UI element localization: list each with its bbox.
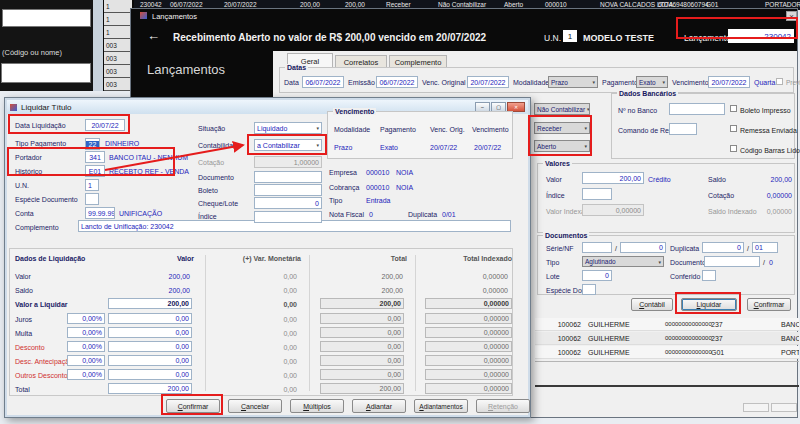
outros-descontos-valor-input[interactable]: 0,00 [108, 369, 192, 380]
row-header[interactable]: 003 [104, 39, 132, 52]
indice-input[interactable] [582, 188, 612, 200]
boleto-dialog-input[interactable] [254, 184, 322, 196]
duplicata-input[interactable]: 0 [702, 242, 744, 253]
un-dialog-input[interactable]: 1 [85, 179, 99, 191]
codigo-barras-label: Código Barras Lido [740, 147, 800, 155]
contabilizar-dropdown[interactable]: Não Contabilizar▾ [534, 103, 590, 115]
valor-input[interactable]: 200,00 [582, 172, 644, 184]
data-liquidacao-input[interactable]: 20/07/22 [85, 119, 125, 131]
valor-indexado-input: 0,00000 [582, 204, 644, 216]
adiantar-button[interactable]: Adiantar [352, 399, 406, 413]
remessa-enviada-checkbox[interactable] [730, 125, 737, 132]
chevron-down-icon: ▾ [584, 143, 587, 149]
boleto-impresso-label: Boleto Impresso [740, 107, 791, 115]
especie-documento-input[interactable] [85, 193, 99, 205]
duplicata2-input[interactable]: 01 [752, 242, 778, 253]
tipo-dropdown[interactable]: Aglutinado▾ [582, 256, 664, 267]
receber-dropdown[interactable]: Receber▾ [534, 122, 590, 134]
multiplos-button[interactable]: Múltiplos [290, 399, 344, 413]
indice-label: Índice [546, 192, 565, 200]
portador-input[interactable]: 341 [85, 151, 105, 163]
multa-valor-input[interactable]: 0,00 [108, 327, 192, 338]
comando-remessa-input[interactable] [669, 123, 697, 135]
table-row[interactable]: 100062 GUILHERME 00000000000000 237 BANC… [535, 318, 799, 331]
serie-input[interactable] [582, 242, 612, 253]
venc-original-input[interactable]: 20/07/2022 [467, 76, 509, 88]
empresa-code: 000010 [366, 169, 389, 177]
contabilidade-dropdown[interactable]: a Contabilizar▾ [254, 139, 322, 151]
pagamento-dropdown[interactable]: Exato▾ [636, 76, 668, 88]
table-row[interactable]: 100062 GUILHERME 00000000000000 237 BANC… [535, 332, 799, 345]
previsao-label: Previsão [786, 79, 800, 87]
row-header[interactable]: 1 [104, 26, 132, 39]
row-header[interactable]: 003 [104, 65, 132, 78]
row-header[interactable]: 003 [104, 52, 132, 65]
codigo-barras-checkbox[interactable] [730, 145, 737, 152]
cheque-lote-input[interactable]: 0 [254, 197, 322, 209]
portador-label: Portador [15, 154, 42, 162]
multa-pct-input[interactable]: 0,00% [67, 327, 105, 338]
desconto-valor-input[interactable]: 0,00 [108, 341, 192, 352]
nf-input[interactable]: 0 [620, 242, 666, 253]
lancamento-value-input[interactable]: 230042 [728, 29, 794, 43]
venc-v-modalidade: Prazo [334, 144, 352, 152]
conta-input[interactable]: 99.99.99 [85, 207, 115, 219]
situacao-dropdown[interactable]: Liquidado▾ [254, 122, 322, 134]
nota-fiscal-value: 0 [369, 211, 373, 219]
grid-header-var: (+) Var. Monetária [201, 255, 301, 263]
sidebar-page-title: Lançamentos [147, 62, 225, 77]
desc-antecipacao-pct-input[interactable]: 0,00% [67, 355, 105, 366]
window-close-button[interactable]: ✕ [786, 11, 797, 21]
valor-a-liquidar-input[interactable]: 200,00 [108, 298, 192, 309]
outros-descontos-pct-input[interactable]: 0,00% [67, 369, 105, 380]
venc-h-pagamento: Pagamento [380, 126, 416, 134]
data-label: Data [284, 79, 299, 87]
credito-label: Crédito [648, 176, 671, 184]
historico-input[interactable]: E01 [85, 165, 105, 177]
table-row[interactable]: 100062 GUILHERME 00000000000000 G01 PORT… [535, 346, 799, 359]
adiantamentos-button[interactable]: Adiantamentos [414, 399, 468, 413]
data-input[interactable]: 06/07/2022 [302, 76, 344, 88]
confirmar-panel-button[interactable]: Confirmar [747, 298, 791, 311]
n-banco-input[interactable] [669, 103, 725, 115]
situacao-label: Situação [198, 125, 225, 133]
code-or-name-input[interactable] [1, 63, 91, 83]
previsao-checkbox[interactable] [776, 78, 783, 85]
chevron-down-icon: ▾ [658, 259, 661, 265]
row-header[interactable]: 1 [104, 13, 132, 26]
aberto-dropdown[interactable]: Aberto▾ [534, 140, 590, 152]
documento-dialog-input[interactable] [254, 171, 322, 183]
datas-group: Datas Data 06/07/2022 Emissão 06/07/2022… [279, 67, 794, 93]
especie-doc-input[interactable] [582, 284, 596, 295]
boleto-impresso-checkbox[interactable] [730, 105, 737, 112]
un-value-box[interactable]: 1 [563, 30, 577, 42]
desc-antecipacao-valor-input[interactable]: 0,00 [108, 355, 192, 366]
row-header[interactable]: 1 [104, 0, 132, 13]
contabil-button[interactable]: Contábil [631, 298, 673, 311]
emissao-input[interactable]: 06/07/2022 [376, 76, 418, 88]
footer-box [743, 403, 769, 412]
lancamento-label: Lançamento [684, 33, 731, 43]
venc-h-modalidade: Modalidade [334, 126, 370, 134]
documento-input[interactable] [704, 256, 760, 267]
portadores-table: 100062 GUILHERME 00000000000000 237 BANC… [535, 318, 799, 359]
row-header[interactable]: 003 [104, 78, 132, 91]
window-titlebar[interactable]: Lançamentos ✕ [131, 9, 797, 23]
juros-valor-input[interactable]: 0,00 [108, 313, 192, 324]
juros-pct-input[interactable]: 0,00% [67, 313, 105, 324]
conferido-label: Conferido [670, 273, 700, 281]
conferido-input[interactable] [702, 270, 716, 281]
desconto-pct-input[interactable]: 0,00% [67, 341, 105, 352]
tipo-pagamento-input[interactable]: 22 [85, 138, 100, 150]
especie-documento-label: Espécie Documento [15, 196, 78, 204]
vencimento-input[interactable]: 20/07/2022 [708, 76, 750, 88]
confirmar-button[interactable]: Confirmar [166, 399, 220, 413]
code-input-top[interactable] [2, 9, 91, 27]
liquidar-button[interactable]: Liquidar [681, 298, 737, 311]
dados-bancarios-group: Dados Bancários Nº no Banco Boleto Impre… [611, 93, 795, 159]
modalidade-dropdown[interactable]: Prazo▾ [548, 76, 598, 88]
indice-dialog-input[interactable] [254, 211, 322, 223]
lote-input[interactable]: 0 [582, 270, 612, 281]
back-icon[interactable]: ← [147, 28, 160, 43]
cancelar-button[interactable]: Cancelar [228, 399, 282, 413]
